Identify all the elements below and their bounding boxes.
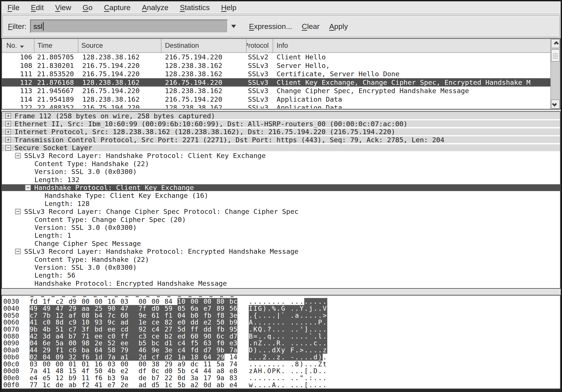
hex-row[interactable]: 0030fd 1f c2 d9 00 00 16 03 00 00 84 10 …	[2, 298, 560, 305]
filter-toolbar: Filter: ssl Expression... Clear Apply	[2, 15, 560, 37]
filter-label: Filter:	[8, 22, 26, 31]
packet-row-112-selected[interactable]: 11221.876168128.238.38.162216.75.194.220…	[2, 78, 550, 87]
hex-row[interactable]: 00a044 29 f1 c6 ba 64 58 79 46 9e 3e c4 …	[2, 347, 560, 354]
detail-row[interactable]: Handshake Type: Client Key Exchange (16)	[2, 192, 560, 200]
wireshark-window: File Edit View Go Capture Analyze Statis…	[0, 0, 562, 392]
pane-separator[interactable]	[1, 289, 561, 295]
menu-help[interactable]: Help	[221, 3, 236, 12]
chevron-down-icon	[231, 25, 236, 28]
column-header-info[interactable]: Info	[273, 39, 550, 52]
clear-button[interactable]: Clear	[302, 22, 320, 31]
hex-row[interactable]: 004049 49 47 29 aa 25 90 47 7f d0 59 05 …	[2, 305, 560, 312]
menu-file[interactable]: File	[7, 3, 20, 12]
packet-list-pane: No. Time Source Destination Protocol Inf…	[1, 38, 561, 110]
hex-row[interactable]: 00b002 04 09 32 f6 1d 7a a1 2d cf d2 1a …	[2, 354, 560, 361]
packet-list-header: No. Time Source Destination Protocol Inf…	[2, 39, 550, 53]
hex-row[interactable]: 00e0e4 e5 12 b9 11 f6 b3 9a de b7 22 0d …	[2, 374, 560, 381]
window-content: File Edit View Go Capture Analyze Statis…	[1, 1, 561, 392]
vertical-scrollbar[interactable]	[550, 39, 560, 109]
expression-button[interactable]: Expression...	[249, 22, 292, 31]
hex-row[interactable]: 008042 3d a4 b7 71 ee c0 ff c3 ce b2 ed …	[2, 333, 560, 340]
detail-row-record-3[interactable]: −SSLv3 Record Layer: Handshake Protocol:…	[2, 248, 560, 256]
expander-plus-icon[interactable]: +	[5, 113, 11, 119]
detail-row[interactable]: Content Type: Change Cipher Spec (20)	[2, 216, 560, 224]
detail-row-record-1[interactable]: −SSLv3 Record Layer: Handshake Protocol:…	[2, 152, 560, 160]
expander-plus-icon[interactable]: +	[5, 129, 11, 134]
hex-row[interactable]: 00709b 4b 51 c7 3f bd ee cd 92 c4 27 5d …	[2, 326, 560, 333]
text-cursor	[43, 22, 44, 31]
filter-input[interactable]: ssl	[30, 20, 228, 33]
detail-row[interactable]: Version: SSL 3.0 (0x0300)	[2, 263, 560, 271]
chevron-up-icon	[554, 41, 559, 46]
detail-row-ethernet[interactable]: +Ethernet II, Src: Ibm_10:60:99 (00:09:6…	[2, 120, 560, 128]
hex-row[interactable]: 00d07a 41 48 15 4f 50 4b e2 df 0c d0 5b …	[2, 368, 560, 374]
expander-minus-icon[interactable]: −	[5, 145, 11, 151]
detail-row[interactable]: Length: 1	[2, 232, 560, 239]
hex-dump-pane: 0030fd 1f c2 d9 00 00 16 03 00 00 84 10 …	[1, 295, 561, 389]
detail-row[interactable]: Version: SSL 3.0 (0x0300)	[2, 224, 560, 231]
detail-row[interactable]: Content Type: Handshake (22)	[2, 256, 560, 263]
filter-input-value: ssl	[33, 22, 43, 31]
hex-row[interactable]: 009004 6e 5a 00 98 2e 52 ee b5 bc d1 c4 …	[2, 340, 560, 347]
column-header-protocol[interactable]: Protocol	[246, 39, 273, 52]
detail-row-tcp[interactable]: +Transmission Control Protocol, Src Port…	[2, 136, 560, 144]
column-header-source[interactable]: Source	[78, 39, 162, 52]
packet-rows: 10621.805705128.238.38.162216.75.194.220…	[2, 53, 550, 109]
detail-row[interactable]: Length: 132	[2, 176, 560, 184]
menu-capture[interactable]: Capture	[104, 3, 130, 12]
expander-minus-icon[interactable]: −	[15, 153, 21, 158]
window-bottom-edge	[1, 389, 561, 392]
packet-row-114[interactable]: 11421.954189128.238.38.162216.75.194.220…	[2, 95, 550, 104]
detail-row[interactable]: Version: SSL 3.0 (0x0300)	[2, 168, 560, 176]
detail-row-ip[interactable]: +Internet Protocol, Src: 128.238.38.162 …	[2, 128, 560, 136]
detail-row[interactable]: Content Type: Handshake (22)	[2, 160, 560, 168]
hex-row[interactable]: 006041 c0 8d c9 10 93 9c ad 1e ce 82 e0 …	[2, 319, 560, 326]
expander-plus-icon[interactable]: +	[5, 121, 11, 126]
detail-row[interactable]: Change Cipher Spec Message	[2, 239, 560, 247]
apply-button[interactable]: Apply	[329, 22, 348, 31]
column-header-no[interactable]: No.	[2, 39, 35, 52]
hex-row[interactable]: 00f077 1c de ab f2 41 e7 2e ad d5 1c 5b …	[2, 381, 560, 388]
detail-row-ssl[interactable]: −Secure Socket Layer	[2, 144, 560, 152]
detail-row[interactable]: Length: 56	[2, 271, 560, 279]
sort-descending-icon	[20, 45, 24, 48]
packet-row-clipped[interactable]: 12222.488352216.75.194.220128.238.38.162…	[2, 103, 550, 109]
menu-edit[interactable]: Edit	[31, 3, 44, 12]
filter-dropdown-button[interactable]	[228, 20, 239, 33]
hex-row[interactable]: 00c003 00 00 01 01 16 03 00 00 38 29 a9 …	[2, 360, 560, 368]
detail-row-selected-handshake[interactable]: −Handshake Protocol: Client Key Exchange	[2, 184, 560, 192]
detail-row-record-2[interactable]: −SSLv3 Record Layer: Change Cipher Spec …	[2, 208, 560, 216]
menu-statistics[interactable]: Statistics	[180, 3, 210, 12]
packet-row-111[interactable]: 11121.853520216.75.194.220128.238.38.162…	[2, 70, 550, 78]
menu-analyze[interactable]: Analyze	[142, 3, 168, 12]
expander-plus-icon[interactable]: +	[5, 137, 11, 142]
chevron-down-icon	[552, 102, 557, 107]
hex-row[interactable]: 0050c7 7b 12 af 08 b4 7c 60 9e 61 f1 04 …	[2, 312, 560, 319]
column-header-time[interactable]: Time	[35, 39, 78, 52]
menu-view[interactable]: View	[55, 3, 71, 12]
expander-minus-icon[interactable]: −	[25, 185, 31, 190]
column-header-destination[interactable]: Destination	[162, 39, 246, 52]
detail-row[interactable]: Handshake Protocol: Encrypted Handshake …	[2, 279, 560, 287]
menu-go[interactable]: Go	[83, 3, 93, 12]
scroll-down-button[interactable]	[551, 100, 560, 109]
detail-row[interactable]: Length: 128	[2, 200, 560, 208]
packet-row-108[interactable]: 10821.830201216.75.194.220128.238.38.162…	[2, 61, 550, 70]
expander-minus-icon[interactable]: −	[15, 209, 21, 214]
packet-detail-pane: +Frame 112 (258 bytes on wire, 258 bytes…	[1, 111, 561, 289]
packet-row-106[interactable]: 10621.805705128.238.38.162216.75.194.220…	[2, 53, 550, 61]
detail-row-frame[interactable]: +Frame 112 (258 bytes on wire, 258 bytes…	[2, 112, 560, 120]
packet-row-113[interactable]: 11321.945667216.75.194.220128.238.38.162…	[2, 87, 550, 95]
scrollbar-thumb[interactable]	[551, 49, 560, 62]
menu-bar: File Edit View Go Capture Analyze Statis…	[1, 1, 561, 14]
expander-minus-icon[interactable]: −	[15, 249, 21, 254]
scroll-up-button[interactable]	[551, 39, 560, 48]
